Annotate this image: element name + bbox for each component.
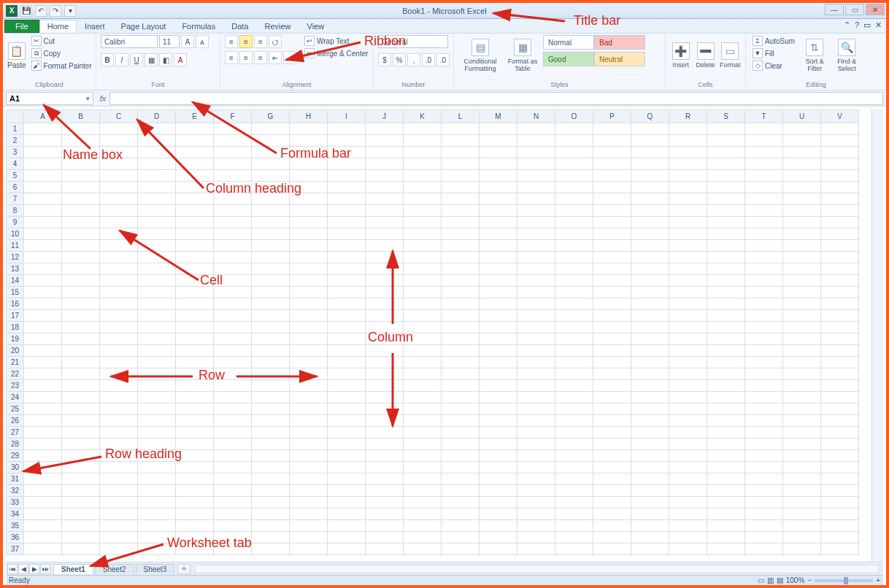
cell[interactable]: [100, 123, 138, 135]
merge-center-button[interactable]: ⇔Merge & Center: [302, 47, 371, 59]
cell[interactable]: [707, 170, 745, 182]
cell[interactable]: [480, 543, 517, 555]
cell[interactable]: [100, 135, 138, 147]
cell[interactable]: [328, 182, 366, 193]
cell[interactable]: [745, 205, 783, 217]
cell[interactable]: [138, 182, 176, 193]
cell[interactable]: [290, 123, 328, 135]
cell[interactable]: [404, 368, 442, 380]
cell[interactable]: [252, 427, 290, 438]
cell[interactable]: [783, 252, 821, 263]
cell[interactable]: [442, 543, 480, 555]
cell[interactable]: [480, 357, 517, 368]
cell[interactable]: [593, 170, 631, 182]
clear-button[interactable]: ◇Clear: [750, 60, 797, 71]
cell[interactable]: [24, 485, 62, 497]
cell[interactable]: [442, 228, 480, 240]
cell[interactable]: [707, 380, 745, 392]
cell[interactable]: [24, 415, 62, 427]
cell[interactable]: [290, 147, 328, 158]
cell[interactable]: [404, 345, 442, 357]
column-header[interactable]: T: [745, 110, 783, 123]
cell[interactable]: [176, 532, 214, 543]
cell[interactable]: [290, 427, 328, 438]
cell[interactable]: [555, 287, 593, 298]
cell[interactable]: [442, 193, 480, 205]
cell[interactable]: [707, 485, 745, 497]
cell[interactable]: [214, 345, 252, 357]
cell[interactable]: [631, 392, 669, 403]
cell[interactable]: [745, 217, 783, 228]
cell[interactable]: [100, 415, 138, 427]
cell[interactable]: [707, 392, 745, 403]
cell[interactable]: [821, 438, 859, 450]
cell[interactable]: [442, 532, 480, 543]
cell[interactable]: [821, 298, 859, 310]
cell[interactable]: [214, 450, 252, 462]
cell[interactable]: [517, 438, 555, 450]
cell[interactable]: [214, 298, 252, 310]
window-restore-icon[interactable]: ▭: [863, 20, 871, 30]
cell[interactable]: [404, 170, 442, 182]
cell[interactable]: [366, 158, 404, 170]
cell[interactable]: [631, 322, 669, 333]
cell[interactable]: [517, 252, 555, 263]
cell[interactable]: [366, 322, 404, 333]
cell[interactable]: [366, 345, 404, 357]
cell[interactable]: [821, 497, 859, 508]
cell[interactable]: [631, 310, 669, 322]
cell[interactable]: [214, 473, 252, 485]
cell[interactable]: [517, 473, 555, 485]
align-top-button[interactable]: ≡: [225, 35, 238, 48]
cell[interactable]: [252, 438, 290, 450]
cell[interactable]: [783, 357, 821, 368]
cell[interactable]: [480, 252, 517, 263]
cell[interactable]: [480, 287, 517, 298]
cell[interactable]: [480, 520, 517, 532]
row-header[interactable]: 1: [7, 123, 24, 135]
cell[interactable]: [631, 252, 669, 263]
cell[interactable]: [480, 415, 517, 427]
cell[interactable]: [366, 217, 404, 228]
cell[interactable]: [707, 147, 745, 158]
cell[interactable]: [214, 532, 252, 543]
cell[interactable]: [138, 485, 176, 497]
cell[interactable]: [62, 263, 100, 275]
cell[interactable]: [669, 450, 707, 462]
cell[interactable]: [669, 392, 707, 403]
cell[interactable]: [821, 380, 859, 392]
row-header[interactable]: 3: [7, 147, 24, 158]
cell[interactable]: [366, 532, 404, 543]
cell[interactable]: [138, 193, 176, 205]
cell[interactable]: [100, 473, 138, 485]
cell[interactable]: [442, 392, 480, 403]
cell[interactable]: [593, 252, 631, 263]
cell[interactable]: [404, 438, 442, 450]
cell[interactable]: [176, 462, 214, 473]
cell[interactable]: [442, 450, 480, 462]
cell[interactable]: [176, 217, 214, 228]
font-name-combo[interactable]: Calibri: [101, 35, 158, 48]
cell[interactable]: [176, 158, 214, 170]
cell[interactable]: [669, 508, 707, 520]
cell[interactable]: [783, 532, 821, 543]
delete-cells-button[interactable]: ➖Delete: [695, 35, 717, 76]
cell[interactable]: [214, 485, 252, 497]
cell[interactable]: [366, 182, 404, 193]
cell[interactable]: [404, 520, 442, 532]
cell[interactable]: [366, 438, 404, 450]
new-sheet-button[interactable]: ✧: [177, 564, 190, 574]
row-header[interactable]: 15: [7, 287, 24, 298]
cell[interactable]: [783, 450, 821, 462]
cell[interactable]: [100, 462, 138, 473]
cell[interactable]: [593, 298, 631, 310]
cell[interactable]: [821, 217, 859, 228]
cell[interactable]: [821, 205, 859, 217]
cell[interactable]: [555, 228, 593, 240]
cell[interactable]: [252, 497, 290, 508]
cell[interactable]: [366, 205, 404, 217]
style-normal[interactable]: Normal: [543, 35, 594, 50]
cell[interactable]: [62, 427, 100, 438]
cell[interactable]: [745, 508, 783, 520]
cell[interactable]: [100, 485, 138, 497]
